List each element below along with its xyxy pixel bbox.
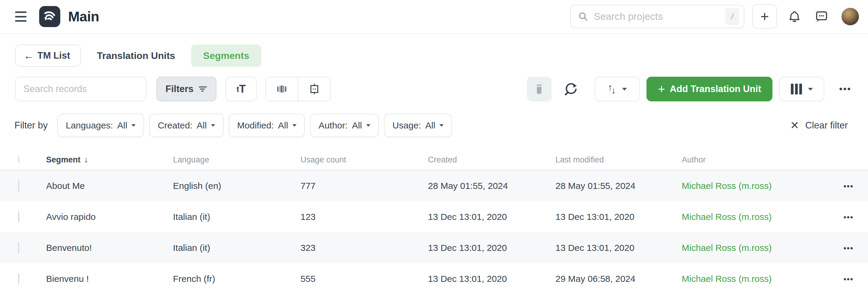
- filter-usage-label: Usage:: [393, 120, 421, 131]
- cell-author-link[interactable]: Michael Ross (m.ross): [682, 181, 841, 191]
- row-checkbox[interactable]: [18, 242, 19, 253]
- table-row[interactable]: Benvenuto! Italian (it) 323 13 Dec 13:01…: [0, 232, 868, 263]
- user-avatar[interactable]: [841, 8, 859, 25]
- sort-order-button[interactable]: ↑↓: [595, 77, 640, 101]
- filter-author-label: Author:: [318, 120, 348, 131]
- hamburger-menu-icon[interactable]: [15, 11, 28, 22]
- table-row[interactable]: About Me English (en) 777 28 May 01:55, …: [0, 170, 868, 201]
- search-icon: [578, 11, 588, 22]
- cell-author-link[interactable]: Michael Ross (m.ross): [682, 212, 841, 222]
- filter-created-label: Created:: [158, 120, 192, 131]
- row-checkbox[interactable]: [18, 211, 19, 222]
- cell-author-link[interactable]: Michael Ross (m.ross): [682, 274, 841, 284]
- row-more-button[interactable]: •••: [844, 182, 854, 191]
- header-icons: [788, 8, 859, 25]
- column-header-created[interactable]: Created: [428, 155, 555, 164]
- cell-language: Italian (it): [173, 212, 301, 222]
- bell-icon: [788, 10, 801, 24]
- row-more-button[interactable]: •••: [844, 274, 854, 284]
- project-search[interactable]: /: [570, 5, 744, 28]
- refresh-icon: [564, 82, 578, 96]
- project-search-input[interactable]: [594, 11, 725, 22]
- cell-created: 28 May 01:55, 2024: [428, 181, 555, 191]
- cell-segment: About Me: [46, 181, 173, 191]
- column-header-last-modified[interactable]: Last modified: [555, 155, 682, 164]
- text-size-button[interactable]: tT: [225, 77, 257, 101]
- shell-logo-icon: [42, 9, 58, 24]
- cell-segment: Avvio rapido: [46, 212, 173, 222]
- notifications-button[interactable]: [788, 10, 801, 24]
- cell-created: 13 Dec 13:01, 2020: [428, 212, 555, 222]
- column-header-segment[interactable]: Segment ↓: [46, 155, 173, 164]
- selection-frame-icon: [308, 83, 320, 95]
- app-logo[interactable]: [39, 6, 60, 27]
- row-more-button[interactable]: •••: [844, 213, 854, 222]
- chevron-down-icon: [808, 88, 813, 90]
- toolbar-more-button[interactable]: •••: [839, 84, 851, 94]
- cell-language: Italian (it): [173, 243, 301, 253]
- view-tabs: ← TM List Translation Units Segments: [15, 44, 868, 67]
- select-all-checkbox[interactable]: [18, 156, 19, 163]
- table-toolbar: Filters tT: [15, 77, 851, 101]
- filter-created[interactable]: Created: All: [149, 114, 223, 137]
- chevron-down-icon: [366, 124, 370, 126]
- filter-languages[interactable]: Languages: All: [57, 114, 144, 137]
- columns-icon: [791, 84, 802, 95]
- filter-usage-value: All: [425, 120, 435, 131]
- toolbar-right: ↑↓ + Add Translation Unit •••: [527, 77, 851, 101]
- plus-icon: +: [658, 83, 665, 95]
- close-icon: ✕: [790, 119, 799, 132]
- row-checkbox[interactable]: [18, 180, 19, 191]
- table-row[interactable]: Bienvenu ! French (fr) 555 13 Dec 13:01,…: [0, 263, 868, 293]
- filter-lines-icon: [198, 85, 207, 93]
- feedback-button[interactable]: [814, 10, 828, 24]
- table-row[interactable]: Avvio rapido Italian (it) 123 13 Dec 13:…: [0, 201, 868, 232]
- tab-translation-units[interactable]: Translation Units: [97, 50, 176, 61]
- back-button-label: TM List: [37, 50, 70, 61]
- cell-last-modified: 13 Dec 13:01, 2020: [555, 212, 682, 222]
- column-header-usage-count[interactable]: Usage count: [301, 155, 428, 164]
- records-search[interactable]: [15, 77, 147, 101]
- cell-created: 13 Dec 13:01, 2020: [428, 243, 555, 253]
- cell-language: English (en): [173, 181, 301, 191]
- chevron-down-icon: [211, 124, 215, 126]
- filter-created-value: All: [196, 120, 207, 131]
- records-search-input[interactable]: [24, 84, 138, 95]
- chevron-down-icon: [622, 88, 627, 90]
- chevron-down-icon: [439, 124, 444, 126]
- sort-descending-icon: ↓: [84, 155, 88, 164]
- clear-filter-label: Clear filter: [805, 120, 848, 131]
- refresh-records-button[interactable]: [564, 82, 578, 96]
- cell-last-modified: 28 May 01:55, 2024: [555, 181, 682, 191]
- filters-button[interactable]: Filters: [156, 77, 216, 101]
- filter-usage[interactable]: Usage: All: [384, 114, 452, 137]
- filter-bar: Filter by Languages: All Created: All Mo…: [14, 114, 848, 137]
- filters-button-label: Filters: [165, 84, 193, 95]
- text-size-big-glyph: T: [239, 83, 246, 95]
- page-title: Main: [68, 8, 99, 25]
- back-to-tm-list-button[interactable]: ← TM List: [15, 44, 81, 67]
- filter-modified-value: All: [278, 120, 288, 131]
- filter-author[interactable]: Author: All: [310, 114, 379, 137]
- column-header-language[interactable]: Language: [173, 155, 301, 164]
- cell-segment: Benvenuto!: [46, 243, 173, 253]
- filter-modified[interactable]: Modified: All: [229, 114, 305, 137]
- columns-config-button[interactable]: [779, 77, 824, 101]
- create-project-button[interactable]: +: [752, 4, 777, 29]
- row-checkbox[interactable]: [18, 273, 19, 284]
- delete-selected-button[interactable]: [527, 77, 552, 101]
- barcode-view-button[interactable]: [266, 77, 298, 101]
- filter-languages-value: All: [117, 120, 127, 131]
- column-header-author[interactable]: Author: [682, 155, 841, 164]
- row-more-button[interactable]: •••: [844, 244, 854, 253]
- cell-last-modified: 29 May 06:58, 2024: [555, 274, 682, 284]
- back-arrow-icon: ←: [24, 49, 34, 62]
- tab-segments[interactable]: Segments: [191, 44, 261, 67]
- cell-author-link[interactable]: Michael Ross (m.ross): [682, 243, 841, 253]
- segments-table: Segment ↓ Language Usage count Created L…: [0, 150, 868, 293]
- clear-filter-button[interactable]: ✕ Clear filter: [790, 119, 848, 132]
- add-translation-unit-button[interactable]: + Add Translation Unit: [647, 77, 772, 101]
- add-translation-unit-label: Add Translation Unit: [670, 84, 761, 95]
- frame-view-button[interactable]: [299, 77, 330, 101]
- cell-usage-count: 123: [301, 212, 428, 222]
